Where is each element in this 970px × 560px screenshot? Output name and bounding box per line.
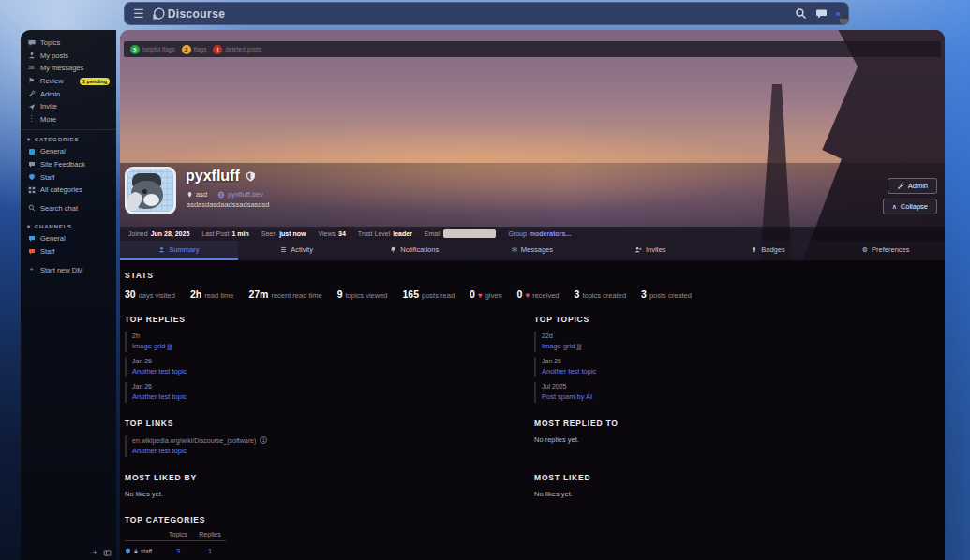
admin-button[interactable]: Admin xyxy=(888,178,937,194)
profile-username: pyxfluff xyxy=(186,168,240,184)
section-most-liked-by: Most Liked By No likes yet. xyxy=(125,473,534,498)
tab-summary[interactable]: Summary xyxy=(120,241,238,260)
sidebar-item-my-messages[interactable]: ✉ My messages xyxy=(21,62,116,75)
spacer xyxy=(534,515,937,560)
topics-icon xyxy=(27,39,36,47)
table-row: staff 3 1 xyxy=(125,541,226,555)
sidebar-channel-staff[interactable]: Staff xyxy=(21,245,116,258)
category-replies-count[interactable]: 1 xyxy=(194,547,226,555)
tab-invites[interactable]: Invites xyxy=(591,241,709,260)
flag-icon: ⚑ xyxy=(27,78,36,85)
column-header-replies: Replies xyxy=(194,531,226,538)
stat-topics-created: 3topics created xyxy=(575,288,627,300)
profile-bio: asdasdasdaadssadsasdsd xyxy=(187,200,269,209)
wrench-icon xyxy=(897,183,904,190)
user-avatar-button[interactable] xyxy=(836,12,840,16)
envelope-icon: ✉ xyxy=(27,65,36,72)
sidebar-item-more[interactable]: ⋮ More xyxy=(21,113,116,126)
counter-flags[interactable]: 2 flags xyxy=(182,45,207,54)
empty-message: No likes yet. xyxy=(534,490,937,498)
stat-read-time: 2hread time xyxy=(190,288,234,300)
email-field[interactable] xyxy=(443,229,496,238)
tab-messages[interactable]: ✉ Messages xyxy=(473,241,591,260)
shield-icon xyxy=(27,173,36,181)
stat-posts-read: 165posts read xyxy=(403,288,455,300)
group-link[interactable]: moderators... xyxy=(530,230,571,237)
section-most-liked: Most Liked No likes yet. xyxy=(534,473,937,504)
sidebar-item-admin[interactable]: Admin xyxy=(21,87,116,100)
sidebar-add-button[interactable]: + xyxy=(93,549,97,557)
sidebar-item-invite[interactable]: Invite xyxy=(21,100,116,113)
list-item: en.wikipedia.org/wiki/Discourse_(softwar… xyxy=(125,435,534,457)
topic-link[interactable]: Post spam by AI xyxy=(542,392,937,401)
app-title: Discourse xyxy=(168,7,226,21)
review-pending-badge: 1 pending xyxy=(80,78,110,85)
chevron-down-icon: ▾ xyxy=(27,136,31,142)
empty-message: No likes yet. xyxy=(125,490,534,498)
topic-link[interactable]: Another test topic xyxy=(132,447,534,455)
deleted-posts-count-badge: ! xyxy=(213,45,222,54)
sidebar-item-topics[interactable]: Topics xyxy=(21,37,116,50)
sidebar-channel-general[interactable]: General xyxy=(21,232,116,245)
collapse-button[interactable]: ∧ Collapse xyxy=(883,199,937,214)
summary-content: Stats 30days visited 2hread time 27mrece… xyxy=(120,260,945,560)
sidebar-start-new-dm[interactable]: + Start new DM xyxy=(21,263,116,276)
meta-trust-level: Trust Level leader xyxy=(358,230,412,237)
channel-staff-icon xyxy=(27,248,36,256)
chat-icon[interactable] xyxy=(815,8,828,20)
top-header: ☰ Discourse xyxy=(124,2,849,25)
sidebar-item-my-posts[interactable]: My posts xyxy=(21,50,116,63)
stats-heading: Stats xyxy=(125,271,937,280)
discourse-logo[interactable]: Discourse xyxy=(153,7,226,21)
sidebar-category-general[interactable]: General xyxy=(21,145,116,158)
sidebar-category-site-feedback[interactable]: Site Feedback xyxy=(21,158,116,171)
hamburger-menu-icon[interactable]: ☰ xyxy=(133,7,144,20)
flags-count-badge: 2 xyxy=(182,45,191,54)
list-item: 22d Image grid jjj xyxy=(534,332,937,352)
category-topics-count[interactable]: 3 xyxy=(162,547,194,555)
heart-icon: ♥ xyxy=(478,291,483,300)
tab-badges[interactable]: Badges xyxy=(709,241,828,260)
category-general-icon xyxy=(27,149,36,155)
helpful-flags-count-badge: 5 xyxy=(130,45,140,54)
tab-preferences[interactable]: ⚙ Preferences xyxy=(827,241,945,260)
counter-deleted-posts[interactable]: ! deleted posts xyxy=(213,45,261,54)
column-header-topics: Topics xyxy=(162,531,194,538)
external-link[interactable]: en.wikipedia.org/wiki/Discourse_(softwar… xyxy=(132,436,534,444)
shield-icon xyxy=(125,548,131,554)
sidebar-search-chat[interactable]: Search chat xyxy=(21,202,116,215)
envelope-icon: ✉ xyxy=(512,246,517,253)
person-icon xyxy=(27,52,36,59)
topic-link[interactable]: Another test topic xyxy=(542,367,937,376)
profile-website[interactable]: pyxfluff.dev xyxy=(217,190,263,199)
topic-link[interactable]: Another test topic xyxy=(132,392,534,401)
main-panel: 5 helpful flags 2 flags ! deleted posts … xyxy=(120,30,945,560)
topic-link[interactable]: Image grid jjj xyxy=(542,342,937,350)
sidebar-section-channels[interactable]: ▾ Channels xyxy=(21,220,116,232)
section-top-categories: Top Categories Topics Replies staff 3 xyxy=(125,515,534,555)
sidebar-category-staff[interactable]: Staff xyxy=(21,170,116,184)
meta-email: Email xyxy=(425,229,497,238)
topic-link[interactable]: Image grid jjj xyxy=(132,342,534,350)
sidebar-item-review[interactable]: ⚑ Review 1 pending xyxy=(21,75,116,88)
sidebar-toggle-drawer-icon[interactable] xyxy=(103,549,112,557)
sidebar-all-categories[interactable]: All categories xyxy=(21,184,116,197)
stat-recent-read-time: 27mrecent read time xyxy=(248,288,321,300)
tab-activity[interactable]: Activity xyxy=(238,241,356,260)
tab-notifications[interactable]: Notifications xyxy=(355,241,473,260)
profile-avatar[interactable] xyxy=(125,167,176,214)
bell-icon xyxy=(390,246,396,253)
search-icon[interactable] xyxy=(795,7,807,20)
collapse-icon: ∧ xyxy=(892,203,897,210)
discourse-balloon-icon xyxy=(153,7,165,20)
comment-icon xyxy=(27,161,36,169)
category-staff-link[interactable]: staff xyxy=(125,548,162,554)
topic-link[interactable]: Another test topic xyxy=(132,367,534,376)
list-item: Jan 26 Another test topic xyxy=(534,357,937,377)
sidebar-divider xyxy=(21,129,116,130)
sidebar-section-categories[interactable]: ▾ Categories xyxy=(21,133,116,145)
counter-helpful-flags[interactable]: 5 helpful flags xyxy=(130,45,175,54)
stat-likes-given: 0♥given xyxy=(470,288,502,300)
profile-tabs: Summary Activity Notifications ✉ Message… xyxy=(120,241,945,260)
stat-days-visited: 30days visited xyxy=(125,288,175,300)
